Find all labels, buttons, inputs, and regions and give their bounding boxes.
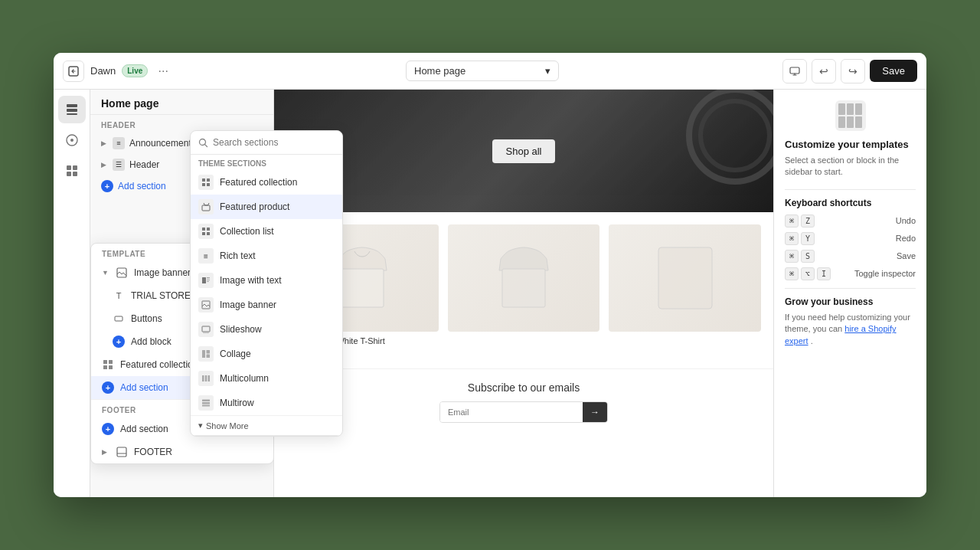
dropdown-add-section-label: Add section <box>120 382 168 393</box>
add-block-label: Add block <box>131 336 172 347</box>
collage-label: Collage <box>220 349 251 359</box>
slideshow-icon <box>198 322 214 337</box>
show-more-button[interactable]: ▾ Show More <box>191 415 342 435</box>
iconbar-sections[interactable] <box>58 96 86 123</box>
search-item-slideshow[interactable]: Slideshow <box>191 317 342 342</box>
footer-item[interactable]: ▶ FOOTER <box>91 440 273 463</box>
apps-section: APPS No app blocks found The app block y… <box>191 435 342 437</box>
product-image-2 <box>448 224 600 332</box>
hero-section: Shop all <box>274 90 773 212</box>
email-input-row: → <box>439 401 608 423</box>
dropdown-plus-icon: + <box>102 381 114 394</box>
rich-text-label: Rich text <box>220 250 256 261</box>
svg-rect-8 <box>67 172 71 176</box>
desktop-view-button[interactable] <box>782 59 807 83</box>
text-icon: T <box>113 290 125 302</box>
svg-rect-14 <box>103 365 107 369</box>
slideshow-label: Slideshow <box>220 324 262 335</box>
cmd-key-4: ⌘ <box>785 267 799 280</box>
rich-text-icon: ≡ <box>198 248 214 264</box>
svg-rect-2 <box>67 104 77 107</box>
chevron-down-icon: ▾ <box>545 65 550 77</box>
live-badge: Live <box>122 64 148 77</box>
svg-rect-15 <box>109 365 113 369</box>
iconbar-design[interactable] <box>58 126 86 154</box>
svg-point-35 <box>204 332 205 334</box>
shortcut-save: ⌘ S Save <box>785 250 916 263</box>
svg-rect-48 <box>658 247 712 309</box>
topbar-left: Dawn Live ··· <box>63 61 201 82</box>
svg-rect-45 <box>202 405 210 407</box>
grid-cell-2 <box>847 103 854 115</box>
iconbar <box>54 90 90 497</box>
cmd-key-2: ⌘ <box>785 232 799 245</box>
more-button[interactable]: ··· <box>154 62 172 80</box>
opt-key: ⌥ <box>801 267 815 280</box>
shortcut-inspector: ⌘ ⌥ I Toggle inspector <box>785 267 916 280</box>
svg-rect-16 <box>117 447 126 457</box>
search-item-collage[interactable]: Collage <box>191 342 342 366</box>
grow-desc: If you need help customizing your theme,… <box>785 312 916 347</box>
svg-rect-19 <box>202 178 205 182</box>
search-item-featured-product[interactable]: Featured product <box>191 195 342 219</box>
svg-rect-29 <box>207 277 210 279</box>
search-item-image-banner[interactable]: Image banner <box>191 293 342 317</box>
search-input-wrap <box>191 131 342 155</box>
add-block-plus-icon: + <box>113 336 125 348</box>
image-banner-icon <box>116 267 128 279</box>
back-button[interactable] <box>63 61 84 82</box>
undo-button[interactable]: ↩ <box>812 59 836 83</box>
chevron-down-icon: ▼ <box>102 269 109 277</box>
search-item-image-with-text[interactable]: Image with text <box>191 268 342 293</box>
add-section-label: Add section <box>118 181 166 192</box>
svg-rect-31 <box>207 281 209 282</box>
rp-title: Customize your templates <box>785 139 916 150</box>
shortcut-undo-keys: ⌘ Z <box>785 214 815 228</box>
save-label: Save <box>897 251 916 260</box>
email-submit-button[interactable]: → <box>583 402 607 422</box>
save-button[interactable]: Save <box>870 60 917 82</box>
svg-rect-42 <box>208 375 211 381</box>
topbar: Dawn Live ··· Home page ▾ ↩ ↪ Save <box>54 53 926 90</box>
buttons-label: Buttons <box>131 313 162 324</box>
trial-store-label: TRIAL STORE <box>131 290 191 301</box>
canvas-inner: Shop all White Swan- White T-Shirt $85.0 <box>274 90 773 497</box>
footer-plus-icon: + <box>102 423 114 435</box>
svg-rect-26 <box>202 232 205 235</box>
collection-list-label: Collection list <box>220 226 274 237</box>
page-selector[interactable]: Home page ▾ <box>406 61 559 81</box>
email-input[interactable] <box>440 402 583 422</box>
z-key: Z <box>801 214 815 228</box>
redo-button[interactable]: ↪ <box>841 59 865 83</box>
collage-icon <box>198 346 214 362</box>
canvas: Shop all White Swan- White T-Shirt $85.0 <box>274 90 773 497</box>
search-icon <box>198 138 208 148</box>
store-name: Dawn <box>90 65 116 77</box>
shortcut-redo-keys: ⌘ Y <box>785 232 815 245</box>
sidebar-page-title: Home page <box>90 90 273 115</box>
grid-cell-6 <box>855 116 862 128</box>
svg-rect-33 <box>202 326 210 332</box>
grid-cell-3 <box>855 103 862 115</box>
shop-all-button[interactable]: Shop all <box>492 139 556 163</box>
search-input[interactable] <box>213 137 335 148</box>
search-item-rich-text[interactable]: ≡ Rich text <box>191 244 342 268</box>
featured-product-label: Featured product <box>220 201 289 212</box>
grid-cell-5 <box>847 116 854 128</box>
search-item-multicolumn[interactable]: Multicolumn <box>191 366 342 391</box>
svg-rect-22 <box>207 183 210 186</box>
svg-rect-28 <box>202 277 206 283</box>
iconbar-apps[interactable] <box>58 157 86 185</box>
rp-divider-2 <box>785 288 916 289</box>
grid-cell-1 <box>838 103 845 115</box>
topbar-center: Home page ▾ <box>207 61 758 81</box>
svg-rect-46 <box>341 269 384 307</box>
multirow-icon <box>198 395 214 411</box>
show-more-label: Show More <box>206 421 249 431</box>
search-item-collection-list[interactable]: Collection list <box>191 219 342 244</box>
search-item-multirow[interactable]: Multirow <box>191 391 342 415</box>
svg-rect-12 <box>103 360 107 364</box>
search-item-featured-collection[interactable]: Featured collection <box>191 170 342 195</box>
footer-add-section-label: Add section <box>120 424 168 434</box>
featured-collection-label: Featured collection <box>120 359 198 370</box>
